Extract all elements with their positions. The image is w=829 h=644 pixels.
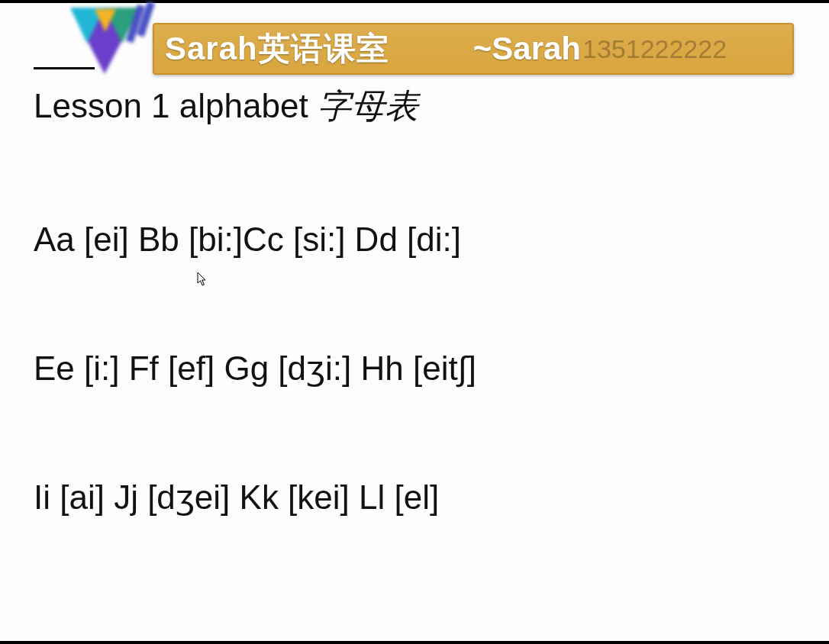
lesson-heading: Lesson 1 alphabet 字母表 (34, 84, 798, 129)
lesson-heading-cn: 字母表 (318, 88, 418, 125)
banner-contact: 1351222222 (582, 34, 727, 64)
banner-sub-name: Sarah (492, 31, 581, 67)
alphabet-row-1: Aa [ei] Bb [bi:]Cc [si:] Dd [di:] (34, 221, 798, 259)
brand-logo-icon (47, 2, 162, 85)
alphabet-row-3: Ii [ai] Jj [dʒei] Kk [kei] Ll [el] (34, 478, 798, 517)
mouse-cursor-icon (197, 272, 208, 287)
lesson-heading-en: Lesson 1 alphabet (34, 87, 318, 124)
banner-sub-prefix: ~ (473, 31, 492, 67)
banner-title: Sarah英语课室 (165, 27, 389, 70)
header-banner: Sarah英语课室 ~ Sarah 1351222222 (153, 23, 794, 75)
svg-marker-6 (198, 272, 205, 285)
slide-content: Lesson 1 alphabet 字母表 Aa [ei] Bb [bi:]Cc… (34, 84, 798, 517)
alphabet-row-2: Ee [i:] Ff [ef] Gg [dʒi:] Hh [eit∫] (34, 349, 798, 388)
